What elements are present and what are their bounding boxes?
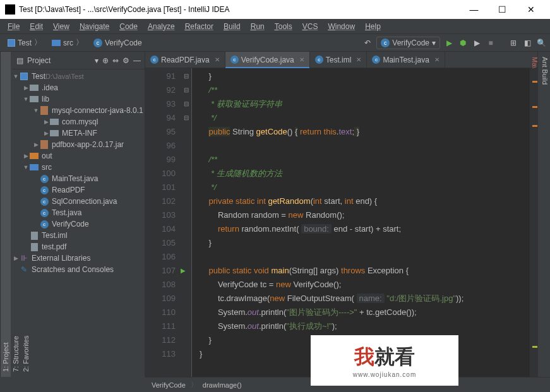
marker-bar[interactable] bbox=[530, 68, 537, 377]
project-tree: ▼Test D:\Java\Test▶.idea▼lib▼mysql-conne… bbox=[13, 69, 145, 377]
class-icon: c bbox=[230, 56, 239, 64]
tree-item[interactable]: cMainTest.java bbox=[13, 173, 145, 184]
chevron-right-icon: 〉 bbox=[76, 37, 83, 48]
class-icon: c bbox=[315, 56, 323, 64]
run-config-label: VerifyCode bbox=[392, 39, 429, 47]
search-icon[interactable]: 🔍 bbox=[536, 38, 546, 48]
gutter-tab-project[interactable]: 1: Project bbox=[1, 52, 11, 377]
editor-tab[interactable]: cVerifyCode.java✕ bbox=[225, 52, 310, 68]
tree-item[interactable]: cTest.java bbox=[13, 207, 145, 218]
editor-tab[interactable]: cMainTest.java✕ bbox=[367, 52, 445, 68]
tree-item[interactable]: ▶com.mysql bbox=[13, 116, 145, 128]
code-editor[interactable]: 9192939495969910010110210310410510610710… bbox=[145, 68, 537, 377]
run-line-icon[interactable]: ▶ bbox=[181, 264, 186, 278]
overlay-url: www.wojiukan.com bbox=[353, 371, 416, 378]
class-icon: c bbox=[150, 56, 158, 64]
menu-build[interactable]: Build bbox=[220, 21, 244, 32]
class-icon: c bbox=[372, 56, 380, 64]
tree-item[interactable]: Test.iml bbox=[13, 230, 145, 241]
project-header-title: Project bbox=[27, 56, 91, 65]
scroll-from-source-icon[interactable]: ⊕ bbox=[102, 56, 109, 65]
menu-analyze[interactable]: Analyze bbox=[144, 21, 179, 32]
menu-window[interactable]: Window bbox=[324, 21, 359, 32]
back-icon[interactable]: ↶ bbox=[362, 38, 373, 48]
nav-crumb-class[interactable]: c VerifyCode bbox=[90, 37, 146, 49]
class-icon: c bbox=[93, 39, 102, 47]
window-title: Test [D:\Java\Test] - ...\src\VerifyCode… bbox=[19, 5, 229, 14]
menubar: FileEditViewNavigateCodeAnalyzeRefactorB… bbox=[0, 19, 550, 34]
chevron-right-icon: 〉 bbox=[191, 380, 198, 389]
tree-item[interactable]: ▶pdfbox-app-2.0.17.jar bbox=[13, 139, 145, 150]
nav-crumb-label: Test bbox=[18, 39, 32, 47]
tree-item[interactable]: ▶out bbox=[13, 150, 145, 162]
run-config-selector[interactable]: c VerifyCode ▾ bbox=[376, 37, 440, 49]
editor-tab[interactable]: cTest.iml✕ bbox=[310, 52, 368, 68]
navbar: Test 〉 src 〉 c VerifyCode ↶ c VerifyCode… bbox=[0, 34, 550, 52]
menu-view[interactable]: View bbox=[49, 21, 73, 32]
menu-refactor[interactable]: Refactor bbox=[181, 21, 217, 32]
menu-help[interactable]: Help bbox=[361, 21, 385, 32]
nav-crumb-project[interactable]: Test 〉 bbox=[4, 36, 45, 49]
tree-item[interactable]: test.pdf bbox=[13, 241, 145, 252]
breadcrumb-class[interactable]: VerifyCode bbox=[152, 381, 186, 389]
menu-code[interactable]: Code bbox=[116, 21, 141, 32]
tree-item[interactable]: ▼lib bbox=[13, 93, 145, 105]
gutter-tab-ant[interactable]: Ant Build bbox=[540, 52, 550, 377]
menu-edit[interactable]: Edit bbox=[26, 21, 47, 32]
chevron-down-icon: ▾ bbox=[432, 39, 436, 47]
maximize-button[interactable]: ☐ bbox=[488, 1, 517, 18]
tree-item[interactable]: ▶META-INF bbox=[13, 128, 145, 139]
module-icon bbox=[8, 39, 15, 47]
line-numbers: 9192939495969910010110210310410510610710… bbox=[145, 68, 181, 377]
gutter-tab-structure[interactable]: 7: Structure bbox=[11, 52, 21, 377]
stop-button[interactable]: ■ bbox=[486, 38, 496, 48]
menu-vcs[interactable]: VCS bbox=[299, 21, 322, 32]
fold-gutter[interactable]: ⊟⊟⊟⊟ bbox=[181, 68, 192, 377]
tree-item[interactable]: ▶⊪External Libraries bbox=[13, 252, 145, 264]
close-icon[interactable]: ✕ bbox=[434, 56, 439, 63]
collapse-icon[interactable]: ⇔ bbox=[112, 56, 119, 65]
structure-icon[interactable]: ◧ bbox=[522, 38, 532, 48]
coverage-button[interactable]: ▶ bbox=[472, 38, 482, 48]
chevron-right-icon: 〉 bbox=[34, 37, 42, 48]
app-icon bbox=[5, 4, 15, 15]
nav-crumb-label: VerifyCode bbox=[105, 39, 142, 47]
hide-icon[interactable]: — bbox=[133, 56, 141, 65]
tree-item[interactable]: ✎Scratches and Consoles bbox=[13, 264, 145, 275]
folder-icon bbox=[52, 40, 61, 46]
class-icon: c bbox=[381, 39, 390, 47]
debug-button[interactable]: ⬢ bbox=[458, 38, 468, 48]
tree-item[interactable]: ▼Test D:\Java\Test bbox=[13, 71, 145, 82]
nav-crumb-folder[interactable]: src 〉 bbox=[48, 36, 87, 49]
code-content[interactable]: } /** * 获取验证码字符串 */ public String getCod… bbox=[192, 68, 530, 377]
close-icon[interactable]: ✕ bbox=[299, 56, 304, 63]
menu-navigate[interactable]: Navigate bbox=[76, 21, 113, 32]
gear-icon[interactable]: ⚙ bbox=[123, 56, 129, 65]
tree-item[interactable]: ▶.idea bbox=[13, 82, 145, 93]
menu-run[interactable]: Run bbox=[247, 21, 268, 32]
run-button[interactable]: ▶ bbox=[444, 38, 454, 48]
close-icon[interactable]: ✕ bbox=[215, 56, 220, 63]
tree-item[interactable]: cReadPDF bbox=[13, 184, 145, 196]
editor-tab[interactable]: cReadPDF.java✕ bbox=[145, 52, 225, 68]
project-panel-header: ▤ Project ▾ ⊕ ⇔ ⚙ — bbox=[13, 52, 145, 69]
close-button[interactable]: ✕ bbox=[517, 1, 545, 18]
breadcrumb-method[interactable]: drawImage() bbox=[203, 381, 242, 389]
menu-tools[interactable]: Tools bbox=[271, 21, 296, 32]
close-icon[interactable]: ✕ bbox=[356, 56, 361, 63]
overlay-text: 我 bbox=[354, 343, 374, 371]
right-tool-gutter: Ant Build Maven bbox=[537, 52, 550, 377]
watermark-overlay: 我就看 www.wojiukan.com bbox=[311, 335, 458, 386]
tree-item[interactable]: cVerifyCode bbox=[13, 218, 145, 230]
overlay-text: 就看 bbox=[374, 343, 415, 371]
left-tool-gutter: 1: Project 7: Structure 2: Favorites bbox=[0, 52, 13, 377]
tree-item[interactable]: ▼src bbox=[13, 162, 145, 173]
chevron-down-icon[interactable]: ▾ bbox=[95, 56, 99, 65]
tree-item[interactable]: cSqlConnection.java bbox=[13, 196, 145, 207]
tree-item[interactable]: ▼mysql-connector-java-8.0.1 bbox=[13, 105, 145, 116]
minimize-button[interactable]: — bbox=[460, 1, 488, 18]
menu-file[interactable]: File bbox=[4, 21, 23, 32]
gutter-tab-favorites[interactable]: 2: Favorites bbox=[21, 52, 31, 377]
project-panel: ▤ Project ▾ ⊕ ⇔ ⚙ — ▼Test D:\Java\Test▶.… bbox=[13, 52, 145, 377]
update-icon[interactable]: ⊞ bbox=[508, 38, 518, 48]
